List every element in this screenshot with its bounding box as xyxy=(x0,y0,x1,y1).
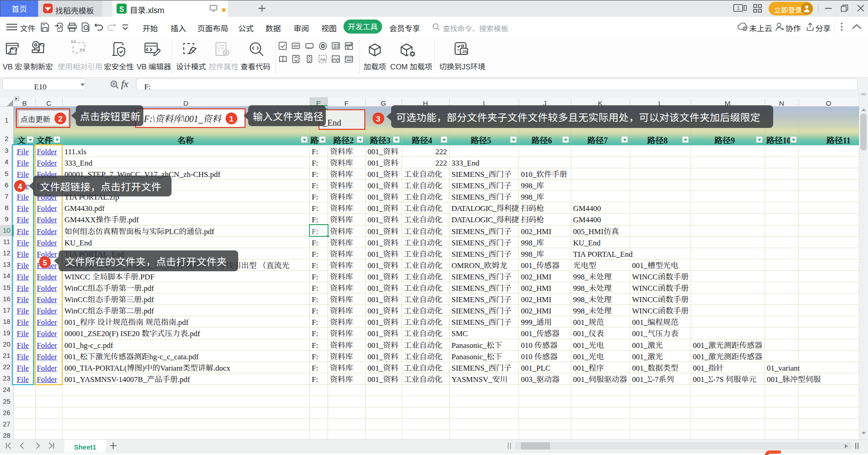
svg-text:“: “ xyxy=(71,40,77,50)
svg-text:JS: JS xyxy=(462,49,467,54)
svg-text:Aa: Aa xyxy=(320,57,326,62)
svg-text:abI: abI xyxy=(293,44,299,48)
svg-text:1: 1 xyxy=(737,5,740,11)
svg-text:”: ” xyxy=(79,45,85,56)
